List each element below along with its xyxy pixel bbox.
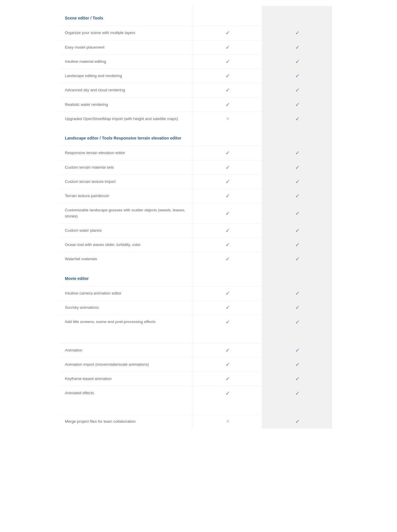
- feature-check-mid: ✓: [193, 372, 262, 386]
- feature-check-right: ✓: [262, 357, 332, 372]
- check-icon: ✓: [226, 88, 230, 93]
- check-icon: ✓: [226, 242, 230, 247]
- feature-check-mid: ✓: [193, 300, 262, 315]
- feature-label: Intuitive material editing: [59, 54, 193, 69]
- check-icon: ✓: [226, 348, 230, 353]
- section-title-mid-collaboration: [193, 400, 262, 414]
- feature-check-mid: ✓: [193, 83, 262, 97]
- feature-check-right: ✓: [262, 160, 332, 174]
- feature-check-mid: ✓: [193, 286, 262, 300]
- feature-check-right: ✓: [262, 97, 332, 112]
- check-icon: ✓: [226, 165, 230, 170]
- check-icon: ✓: [226, 391, 230, 396]
- check-icon: ✓: [226, 59, 230, 64]
- section-title-animation: [59, 329, 193, 343]
- check-icon: ✓: [295, 193, 300, 199]
- check-icon: ✓: [295, 348, 300, 353]
- section-title-right-landscape-editor: [262, 126, 332, 146]
- feature-label: Realistic water rendering: [59, 97, 193, 112]
- feature-label: Animation import (move/rotate/scale anim…: [59, 357, 193, 372]
- table-grid: Scene editor / ToolsOrganize your scene …: [59, 6, 338, 429]
- section-title-mid-movie-editor: [193, 266, 262, 286]
- feature-label: Custom terrain material sets: [59, 160, 193, 174]
- x-icon: ✕: [226, 117, 230, 121]
- feature-label: Merge project files for team collaborati…: [59, 414, 193, 429]
- section-title-mid-scene-editor: [193, 6, 262, 26]
- check-icon: ✓: [295, 362, 300, 367]
- feature-label: Upgraded OpenStreetMap import (with heig…: [59, 112, 193, 126]
- feature-check-right: ✓: [262, 252, 332, 266]
- feature-check-right: ✓: [262, 83, 332, 97]
- feature-check-right: ✓: [262, 386, 332, 400]
- feature-check-right: ✓: [262, 300, 332, 315]
- check-icon: ✓: [226, 193, 230, 199]
- x-icon: ✕: [226, 419, 230, 424]
- feature-check-mid: ✓: [193, 189, 262, 203]
- check-icon: ✓: [226, 73, 230, 78]
- feature-check-mid: ✓: [193, 69, 262, 83]
- check-icon: ✓: [295, 116, 300, 122]
- feature-check-mid: ✓: [193, 252, 262, 266]
- check-icon: ✓: [295, 73, 300, 78]
- feature-check-right: ✓: [262, 372, 332, 386]
- feature-check-mid: ✓: [193, 146, 262, 160]
- check-icon: ✓: [226, 179, 230, 184]
- comparison-table: Scene editor / ToolsOrganize your scene …: [59, 0, 338, 434]
- feature-check-mid: ✓: [193, 238, 262, 252]
- feature-check-right: ✓: [262, 203, 332, 223]
- section-title-scene-editor: Scene editor / Tools: [59, 6, 193, 26]
- feature-check-mid: ✕: [193, 414, 262, 429]
- feature-check-mid: ✓: [193, 315, 262, 329]
- feature-label: Terrain texture paintbrush: [59, 189, 193, 203]
- feature-label: Landscape editing and rendering: [59, 69, 193, 83]
- check-icon: ✓: [226, 30, 230, 35]
- feature-label: Keyframe-based animation: [59, 372, 193, 386]
- check-icon: ✓: [226, 211, 230, 216]
- feature-check-mid: ✓: [193, 357, 262, 372]
- section-title-mid-landscape-editor: [193, 126, 262, 146]
- section-title-movie-editor: Movie editor: [59, 266, 193, 286]
- section-title-mid-animation: [193, 329, 262, 343]
- feature-check-right: ✓: [262, 40, 332, 54]
- section-title-right-collaboration: [262, 400, 332, 414]
- feature-label: Custom water planes: [59, 223, 193, 238]
- feature-check-mid: ✓: [193, 386, 262, 400]
- feature-check-mid: ✓: [193, 223, 262, 238]
- check-icon: ✓: [295, 211, 300, 216]
- feature-check-right: ✓: [262, 315, 332, 329]
- check-icon: ✓: [295, 256, 300, 262]
- check-icon: ✓: [295, 165, 300, 170]
- check-icon: ✓: [295, 228, 300, 233]
- feature-check-mid: ✓: [193, 26, 262, 40]
- section-title-collaboration: [59, 400, 193, 414]
- check-icon: ✓: [295, 102, 300, 107]
- check-icon: ✓: [295, 88, 300, 93]
- feature-check-mid: ✓: [193, 203, 262, 223]
- check-icon: ✓: [295, 179, 300, 184]
- feature-check-right: ✓: [262, 174, 332, 189]
- section-title-landscape-editor: Landscape editor / Tools Responsive terr…: [59, 126, 193, 146]
- check-icon: ✓: [226, 256, 230, 262]
- check-icon: ✓: [226, 305, 230, 310]
- section-title-right-animation: [262, 329, 332, 343]
- check-icon: ✓: [226, 228, 230, 233]
- feature-label: Easy model placement: [59, 40, 193, 54]
- feature-label: Advanced sky and cloud rendering: [59, 83, 193, 97]
- feature-check-mid: ✓: [193, 174, 262, 189]
- feature-check-mid: ✓: [193, 160, 262, 174]
- check-icon: ✓: [295, 391, 300, 396]
- section-title-right-scene-editor: [262, 6, 332, 26]
- feature-label: Sun/sky animations: [59, 300, 193, 315]
- feature-label: Animation: [59, 343, 193, 357]
- section-title-right-movie-editor: [262, 266, 332, 286]
- check-icon: ✓: [295, 291, 300, 296]
- check-icon: ✓: [226, 362, 230, 367]
- feature-label: Responsive terrain elevation editor: [59, 146, 193, 160]
- feature-check-mid: ✓: [193, 40, 262, 54]
- check-icon: ✓: [226, 319, 230, 325]
- check-icon: ✓: [295, 242, 300, 247]
- feature-label: Add title screens, scene and post-proces…: [59, 315, 193, 329]
- feature-check-right: ✓: [262, 189, 332, 203]
- feature-label: Waterfall materials: [59, 252, 193, 266]
- check-icon: ✓: [226, 102, 230, 107]
